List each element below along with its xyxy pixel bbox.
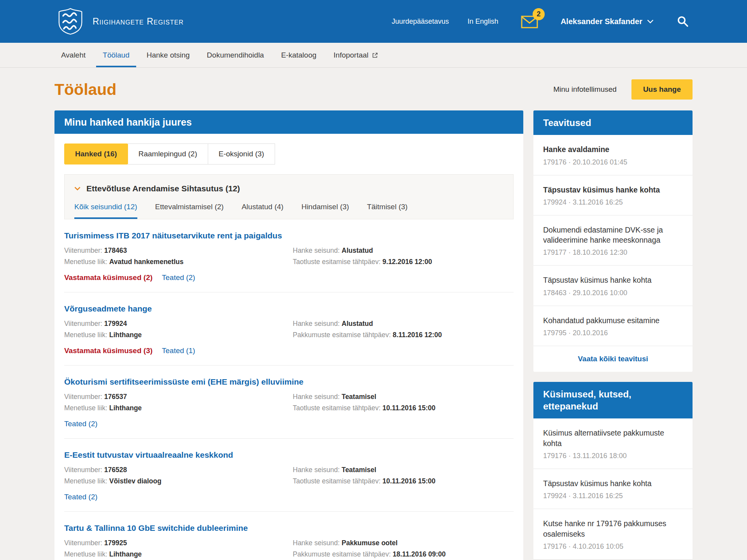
- notification-item[interactable]: Kutse hanke nr 179176 pakkumuses osalemi…: [533, 509, 693, 560]
- procurement-details: Viitenumber: 178463Hanke seisund: Alusta…: [64, 247, 514, 266]
- unanswered-questions-link[interactable]: Vastamata küsimused (2): [64, 273, 153, 282]
- procurement-title-link[interactable]: E-Eestit tutvustav virtuaalreaalne keskk…: [64, 450, 233, 459]
- notification-meta: 179176 · 13.11.2016 18:00: [543, 452, 683, 460]
- notification-item[interactable]: Täpsustav küsimus hanke kohta179924 · 3.…: [533, 175, 693, 215]
- reference-number-label: Viitenumber:: [64, 466, 104, 474]
- nav-item-label: Dokumendihoidla: [207, 51, 264, 60]
- mail-button[interactable]: 2: [521, 14, 538, 28]
- submission-deadline-label: Taotluste esitamise tähtpäev:: [293, 477, 383, 485]
- sidebar: TeavitusedHanke avaldamine179176 · 20.10…: [533, 110, 693, 560]
- procurement-status-label: Hanke seisund:: [293, 393, 342, 401]
- nav-item-label: Hanke otsing: [147, 51, 190, 60]
- language-link[interactable]: In English: [468, 18, 498, 26]
- submission-deadline-value: 18.11.2016 09:00: [393, 550, 445, 558]
- notification-item[interactable]: Dokumendi edastamine DVK-sse ja valideer…: [533, 215, 693, 266]
- tab-raamlepingud-2[interactable]: Raamlepingud (2): [128, 144, 208, 164]
- procurement-status: Hanke seisund: Alustatud: [293, 320, 514, 328]
- procedure-type: Menetluse liik: Lihthange: [64, 404, 285, 412]
- notices-link[interactable]: Teated (2): [64, 493, 98, 501]
- subtab-ettevalmistamisel-2[interactable]: Ettevalmistamisel (2): [155, 203, 224, 219]
- sidebar-panel-title: Teavitused: [533, 110, 693, 135]
- procurement-item: E-Eestit tutvustav virtuaalreaalne keskk…: [64, 439, 514, 512]
- procurement-item: Tartu & Tallinna 10 GbE switchide dublee…: [64, 512, 514, 560]
- reference-number: Viitenumber: 179925: [64, 539, 285, 547]
- status-subtabs: Kõik seisundid (12)Ettevalmistamisel (2)…: [74, 203, 503, 219]
- reference-number: Viitenumber: 179924: [64, 320, 285, 328]
- notification-meta: 179176 · 4.10.2016 10:05: [543, 542, 683, 551]
- notices-link[interactable]: Teated (2): [64, 420, 98, 428]
- submission-deadline: Taotluste esitamise tähtpäev: 10.11.2016…: [293, 477, 514, 485]
- notification-item[interactable]: Täpsustav küsimus hanke kohta179924 · 3.…: [533, 469, 693, 509]
- view-all-notifications-link[interactable]: Vaata kõiki teavitusi: [533, 346, 693, 372]
- reference-number-value: 176537: [104, 393, 127, 401]
- nav-item-avaleht[interactable]: Avaleht: [54, 43, 92, 67]
- info-subscriptions-link[interactable]: Minu infotellimused: [553, 85, 617, 94]
- sidebar-panel-teavitused: TeavitusedHanke avaldamine179176 · 20.10…: [533, 110, 693, 372]
- procurement-details: Viitenumber: 179924Hanke seisund: Alusta…: [64, 320, 514, 339]
- nav-item-label: Töölaud: [103, 51, 130, 60]
- submission-deadline-label: Taotluste esitamise tähtpäev:: [293, 404, 383, 412]
- new-procurement-button[interactable]: Uus hange: [631, 79, 693, 100]
- procurement-list: Turismimess ITB 2017 näitusetarvikute re…: [64, 219, 514, 560]
- tab-e-oksjonid-3[interactable]: E-oksjonid (3): [208, 144, 275, 164]
- procurement-title-link[interactable]: Võrguseadmete hange: [64, 304, 152, 313]
- reference-number-label: Viitenumber:: [64, 247, 104, 254]
- submission-deadline-value: 8.11.2016 12:00: [393, 331, 442, 339]
- procurement-status-label: Hanke seisund:: [293, 466, 342, 474]
- procurement-title-link[interactable]: Turismimess ITB 2017 näitusetarvikute re…: [64, 231, 282, 240]
- notification-title: Kohandatud pakkumuse esitamine: [543, 315, 683, 326]
- brand[interactable]: Riigihangete Register: [58, 7, 184, 35]
- procurement-status-value: Alustatud: [342, 247, 373, 254]
- nav-item-infoportaal[interactable]: Infoportaal: [327, 43, 385, 67]
- notification-meta: 179177 · 18.10.2016 12:30: [543, 248, 683, 257]
- subtab-k-ik-seisundid-12[interactable]: Kõik seisundid (12): [74, 203, 137, 219]
- procurement-details: Viitenumber: 176537Hanke seisund: Teatam…: [64, 393, 514, 412]
- notification-item[interactable]: Täpsustav küsimus hanke kohta178463 · 29…: [533, 266, 693, 306]
- main-nav-bar: AvalehtTöölaudHanke otsingDokumendihoidl…: [0, 43, 747, 68]
- subtab-hindamisel-3[interactable]: Hindamisel (3): [302, 203, 349, 219]
- reference-number-value: 176528: [104, 466, 127, 474]
- search-icon: [677, 16, 689, 27]
- notification-meta: 179795 · 20.10.2016: [543, 329, 683, 337]
- nav-item-e-kataloog[interactable]: E-kataloog: [274, 43, 323, 67]
- procurement-links: Vastamata küsimused (3)Teated (1): [64, 346, 514, 355]
- nav-item-t-laud[interactable]: Töölaud: [96, 43, 136, 67]
- notification-item[interactable]: Kohandatud pakkumuse esitamine179795 · 2…: [533, 306, 693, 346]
- reference-number-label: Viitenumber:: [64, 539, 104, 547]
- search-button[interactable]: [677, 16, 689, 27]
- procurement-title-link[interactable]: Ökoturismi sertifitseerimissüste emi (EH…: [64, 377, 303, 386]
- content: Minu hanked hankija juures Hanked (16)Ra…: [0, 110, 747, 560]
- reference-number-value: 179924: [104, 320, 127, 327]
- organisation-group-header[interactable]: Ettevõtluse Arendamise Sihtasutus (12): [74, 184, 503, 193]
- notices-link[interactable]: Teated (1): [162, 346, 195, 355]
- estonia-coat-of-arms-logo: [58, 7, 83, 35]
- notification-meta: 179176 · 20.10.2016 01:45: [543, 158, 683, 166]
- tab-hanked-16[interactable]: Hanked (16): [64, 144, 128, 164]
- nav-item-dokumendihoidla[interactable]: Dokumendihoidla: [200, 43, 271, 67]
- procedure-type: Menetluse liik: Lihthange: [64, 331, 285, 339]
- submission-deadline-label: Taotluste esitamise tähtpäev:: [293, 258, 383, 266]
- procurement-title-link[interactable]: Tartu & Tallinna 10 GbE switchide dublee…: [64, 523, 248, 532]
- notices-link[interactable]: Teated (2): [162, 273, 195, 282]
- organisation-group: Ettevõtluse Arendamise Sihtasutus (12) K…: [64, 174, 514, 219]
- procurement-status-value: Teatamisel: [342, 466, 376, 474]
- accessibility-link[interactable]: Juurdepääsetavus: [392, 18, 449, 26]
- notification-item[interactable]: Hanke avaldamine179176 · 20.10.2016 01:4…: [533, 135, 693, 175]
- procurement-item: Ökoturismi sertifitseerimissüste emi (EH…: [64, 366, 514, 439]
- procurement-type-tabs: Hanked (16)Raamlepingud (2)E-oksjonid (3…: [64, 144, 514, 164]
- subtab-t-itmisel-3[interactable]: Täitmisel (3): [367, 203, 408, 219]
- main-nav: AvalehtTöölaudHanke otsingDokumendihoidl…: [54, 43, 693, 67]
- procedure-type-value: Lihthange: [109, 331, 142, 339]
- reference-number: Viitenumber: 176537: [64, 393, 285, 401]
- sidebar-panel-k-simused-kutsed-ettepanekud: Küsimused, kutsed, ettepanekudKüsimus al…: [533, 382, 693, 560]
- submission-deadline: Taotluste esitamise tähtpäev: 9.12.2016 …: [293, 258, 514, 266]
- nav-item-hanke-otsing[interactable]: Hanke otsing: [140, 43, 196, 67]
- procurement-status: Hanke seisund: Alustatud: [293, 247, 514, 255]
- submission-deadline: Taotluste esitamise tähtpäev: 10.11.2016…: [293, 404, 514, 412]
- unanswered-questions-link[interactable]: Vastamata küsimused (3): [64, 346, 153, 355]
- organisation-group-title: Ettevõtluse Arendamise Sihtasutus (12): [86, 184, 240, 193]
- user-menu[interactable]: Aleksander Skafander: [561, 17, 654, 26]
- notification-item[interactable]: Küsimus alternatiivsete pakkumuste kohta…: [533, 418, 693, 469]
- subtab-alustatud-4[interactable]: Alustatud (4): [242, 203, 284, 219]
- procurement-status: Hanke seisund: Teatamisel: [293, 466, 514, 474]
